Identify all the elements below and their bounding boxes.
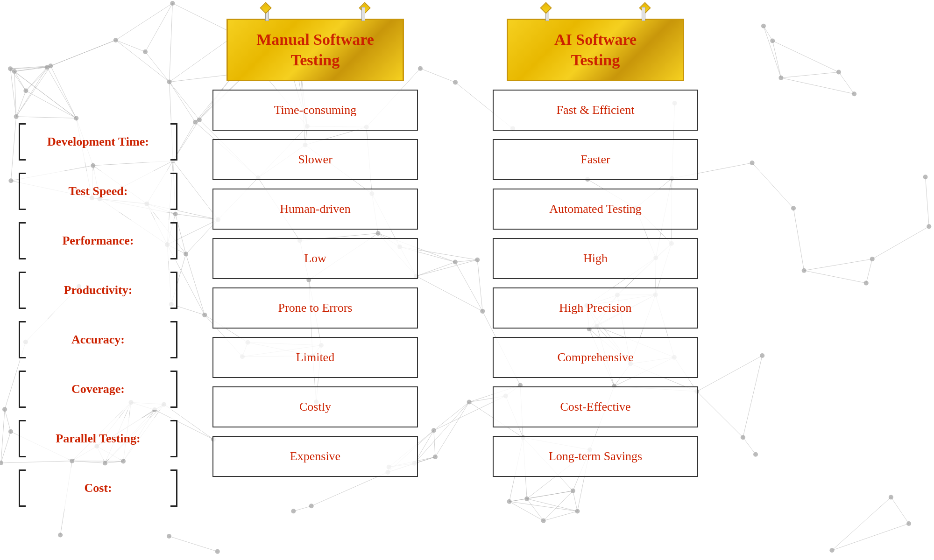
labels-column: Development Time:Test Speed:Performance:… <box>9 121 187 509</box>
ring-right-icon <box>639 2 651 14</box>
label-cell: Parallel Testing: <box>19 418 177 459</box>
label-cell: Coverage: <box>19 369 177 410</box>
ai-value-cell: Automated Testing <box>493 189 698 230</box>
ai-value-cell: High <box>493 238 698 279</box>
ring-left-icon <box>540 2 552 14</box>
manual-title: Manual Software Testing <box>242 29 389 70</box>
manual-value-cell: Slower <box>212 139 418 180</box>
ai-header: AI Software Testing <box>507 19 684 81</box>
ai-title: AI Software Testing <box>522 29 669 70</box>
ai-value-cell: Long-term Savings <box>493 436 698 477</box>
ai-value-cell: Fast & Efficient <box>493 90 698 131</box>
label-cell: Performance: <box>19 220 177 261</box>
ai-column: AI Software Testing Fast & EfficientFast… <box>481 19 710 477</box>
manual-value-cell: Limited <box>212 337 418 378</box>
label-cell: Development Time: <box>19 121 177 162</box>
manual-column: Manual Software Testing Time-consumingSl… <box>201 19 430 477</box>
label-cell: Productivity: <box>19 270 177 311</box>
manual-value-cell: Human-driven <box>212 189 418 230</box>
ai-value-cell: Comprehensive <box>493 337 698 378</box>
manual-value-cell: Time-consuming <box>212 90 418 131</box>
label-cell: Test Speed: <box>19 171 177 212</box>
manual-value-cell: Low <box>212 238 418 279</box>
ring-right-icon <box>359 2 370 14</box>
ai-value-cell: Faster <box>493 139 698 180</box>
manual-value-cell: Prone to Errors <box>212 287 418 329</box>
label-cell: Accuracy: <box>19 319 177 360</box>
manual-value-cell: Costly <box>212 386 418 427</box>
ring-left-icon <box>260 2 271 14</box>
label-cell: Cost: <box>19 468 177 509</box>
ai-value-cell: High Precision <box>493 287 698 329</box>
manual-value-cell: Expensive <box>212 436 418 477</box>
ai-value-cell: Cost-Effective <box>493 386 698 427</box>
manual-header: Manual Software Testing <box>226 19 404 81</box>
